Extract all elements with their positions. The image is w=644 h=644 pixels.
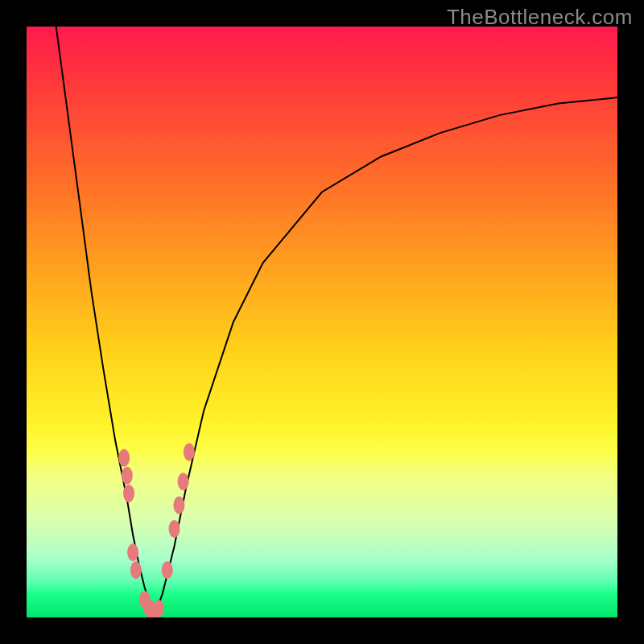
data-marker — [127, 543, 138, 561]
data-marker — [162, 561, 173, 579]
chart-plot-area — [27, 27, 617, 617]
data-marker — [173, 497, 184, 514]
data-marker — [122, 467, 133, 485]
chart-svg — [27, 27, 617, 617]
data-markers — [118, 444, 195, 618]
data-marker — [169, 520, 180, 538]
curve-left-branch — [56, 27, 154, 617]
data-marker — [118, 449, 130, 467]
chart-frame: TheBottleneck.com — [0, 0, 644, 644]
data-marker — [184, 444, 195, 461]
data-marker — [178, 473, 189, 490]
data-marker — [123, 485, 134, 502]
data-marker — [153, 600, 164, 617]
watermark-text: TheBottleneck.com — [447, 5, 633, 30]
curve-right-branch — [154, 97, 617, 617]
data-marker — [130, 561, 142, 579]
